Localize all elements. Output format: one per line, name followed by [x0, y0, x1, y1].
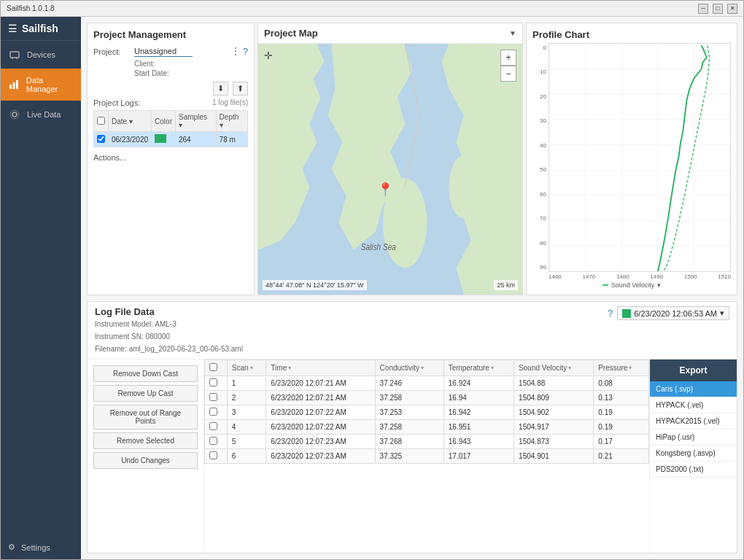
- row-1-pressure: 0.08: [594, 376, 649, 391]
- row-3-temperature: 16.942: [443, 405, 514, 420]
- log-table-col-sound-velocity[interactable]: Sound Velocity ▾: [514, 360, 594, 376]
- row-4-pressure: 0.19: [594, 420, 649, 435]
- log-table-header: Scan ▾ Time ▾ Conductivity ▾ Temperature…: [205, 360, 649, 376]
- row-6-check[interactable]: [209, 451, 217, 459]
- log-row-1-checkbox[interactable]: [94, 132, 109, 147]
- log-table-col-temperature[interactable]: Temperature ▾: [443, 360, 514, 376]
- row-4-check[interactable]: [209, 422, 217, 430]
- svg-rect-5: [16, 80, 18, 89]
- log-row-1-date: 06/23/2020: [109, 132, 152, 147]
- export-format-5[interactable]: PDS2000 (.txt): [650, 462, 737, 478]
- row-5-temperature: 16.943: [443, 435, 514, 449]
- log-data-row-5[interactable]: 5 6/23/2020 12:07:23 AM 37.268 16.943 15…: [205, 435, 649, 449]
- row-5-check[interactable]: [209, 437, 217, 445]
- row-5-pressure: 0.17: [594, 435, 649, 449]
- export-format-3[interactable]: HiPap (.usr): [650, 429, 737, 446]
- log-instrument-model: Instrument Model: AML-3: [95, 319, 602, 330]
- minimize-button[interactable]: ─: [698, 4, 708, 14]
- chart-title: Profile Chart: [532, 29, 731, 40]
- compass-icon[interactable]: ✛: [264, 50, 273, 61]
- map-dropdown-icon[interactable]: ▼: [509, 29, 516, 37]
- row-1-temperature: 16.924: [443, 376, 514, 391]
- zoom-out-button[interactable]: −: [500, 66, 516, 82]
- chart-svg: [549, 44, 730, 271]
- map-container[interactable]: Salish Sea ✛ 📍 + − 48°44' 47.08" N 124°2…: [258, 44, 522, 295]
- log-date-selector[interactable]: 6/23/2020 12:06:53 AM ▾: [617, 306, 729, 320]
- undo-changes-button[interactable]: Undo Changes: [93, 452, 198, 469]
- log-data-row-4[interactable]: 4 6/23/2020 12:07:22 AM 37.258 16.951 15…: [205, 420, 649, 435]
- project-value[interactable]: Unassigned: [134, 47, 193, 57]
- project-panel: Project Management Project: Unassigned ⋮…: [87, 23, 255, 295]
- log-data-row-3[interactable]: 3 6/23/2020 12:07:22 AM 37.253 16.942 15…: [205, 405, 649, 420]
- chart-dropdown-icon[interactable]: ▾: [657, 281, 661, 289]
- log-data-row-6[interactable]: 6 6/23/2020 12:07:23 AM 37.325 17.017 15…: [205, 449, 649, 464]
- row-6-checkbox[interactable]: [205, 449, 228, 464]
- export-format-4[interactable]: Kongsberg (.asvp): [650, 446, 737, 462]
- log-table-col-scan[interactable]: Scan ▾: [227, 360, 266, 376]
- sidebar-item-data-manager[interactable]: Data Manager: [1, 69, 81, 101]
- export-format-1[interactable]: HYPACK (.vel): [650, 397, 737, 413]
- log-table-col-pressure[interactable]: Pressure ▾: [594, 360, 649, 376]
- log-table-col-time[interactable]: Time ▾: [266, 360, 375, 376]
- log-data-row-2[interactable]: 2 6/23/2020 12:07:21 AM 37.258 16.94 150…: [205, 391, 649, 405]
- row-3-checkbox[interactable]: [205, 405, 228, 420]
- row-6-conductivity: 37.325: [375, 449, 443, 464]
- sidebar-item-devices[interactable]: Devices: [1, 41, 81, 69]
- log-table-col-conductivity[interactable]: Conductivity ▾: [375, 360, 443, 376]
- row-3-pressure: 0.19: [594, 405, 649, 420]
- log-help-icon[interactable]: ?: [608, 308, 613, 319]
- svg-point-13: [449, 156, 478, 219]
- log-data-row-1[interactable]: 1 6/23/2020 12:07:21 AM 37.246 16.924 15…: [205, 376, 649, 391]
- chart-plot-area: [549, 43, 731, 272]
- map-pin: 📍: [377, 182, 393, 198]
- sidebar-item-settings[interactable]: ⚙ Settings: [1, 535, 81, 559]
- logs-label: Project Logs:: [93, 98, 140, 107]
- row-3-check[interactable]: [209, 408, 217, 416]
- log-color-indicator: [622, 309, 631, 318]
- row-5-checkbox[interactable]: [205, 435, 228, 449]
- map-zoom-controls: + −: [500, 50, 516, 82]
- y-axis: 0102030405060708090: [532, 43, 549, 272]
- log-row-1-swatch: [155, 134, 166, 143]
- row-1-check[interactable]: [209, 378, 217, 386]
- actions-button[interactable]: Actions...: [93, 153, 248, 162]
- upload-button[interactable]: ⬆: [233, 82, 248, 96]
- log-row-1-check[interactable]: [97, 135, 105, 143]
- sidebar-item-live-data[interactable]: Live Data: [1, 101, 81, 128]
- remove-down-cast-button[interactable]: Remove Down Cast: [93, 365, 198, 382]
- row-1-checkbox[interactable]: [205, 376, 228, 391]
- hamburger-icon[interactable]: ☰: [8, 23, 18, 34]
- log-row-1[interactable]: 06/23/2020 264 78 m: [94, 132, 248, 147]
- remove-up-cast-button[interactable]: Remove Up Cast: [93, 385, 198, 402]
- logs-col-date: Date ▾: [109, 111, 152, 132]
- export-format-2[interactable]: HYPACK2015 (.vel): [650, 413, 737, 429]
- download-button[interactable]: ⬇: [213, 82, 228, 96]
- remove-range-points-button[interactable]: Remove out of Range Points: [93, 405, 198, 429]
- remove-selected-button[interactable]: Remove Selected: [93, 432, 198, 449]
- project-menu-icon[interactable]: ⋮: [231, 46, 240, 57]
- row-3-sound-velocity: 1504.902: [514, 405, 594, 420]
- row-2-check[interactable]: [209, 393, 217, 401]
- row-5-time: 6/23/2020 12:07:23 AM: [266, 435, 375, 449]
- close-button[interactable]: ✕: [727, 4, 737, 14]
- log-header-left: Log File Data Instrument Model: AML-3 In…: [95, 306, 602, 354]
- project-help-icon[interactable]: ?: [243, 46, 248, 57]
- row-4-time: 6/23/2020 12:07:22 AM: [266, 420, 375, 435]
- logs-col-depth: Depth ▾: [216, 111, 247, 132]
- row-1-time: 6/23/2020 12:07:21 AM: [266, 376, 375, 391]
- select-all-checkbox[interactable]: [97, 117, 105, 125]
- log-data-table: Scan ▾ Time ▾ Conductivity ▾ Temperature…: [204, 359, 649, 464]
- row-6-scan: 6: [227, 449, 266, 464]
- row-2-checkbox[interactable]: [205, 391, 228, 405]
- zoom-in-button[interactable]: +: [500, 50, 516, 66]
- export-format-0[interactable]: Caris (.svp): [650, 381, 737, 397]
- log-actions: Remove Down Cast Remove Up Cast Remove o…: [88, 359, 204, 553]
- row-1-conductivity: 37.246: [375, 376, 443, 391]
- log-select-all[interactable]: [209, 363, 217, 371]
- content-area: Project Management Project: Unassigned ⋮…: [81, 17, 743, 559]
- title-bar: Sailfish 1.0.1.8 ─ □ ✕: [1, 1, 743, 17]
- top-panels: Project Management Project: Unassigned ⋮…: [81, 17, 743, 298]
- row-4-checkbox[interactable]: [205, 420, 228, 435]
- log-table-area: Scan ▾ Time ▾ Conductivity ▾ Temperature…: [204, 359, 649, 553]
- maximize-button[interactable]: □: [713, 4, 723, 14]
